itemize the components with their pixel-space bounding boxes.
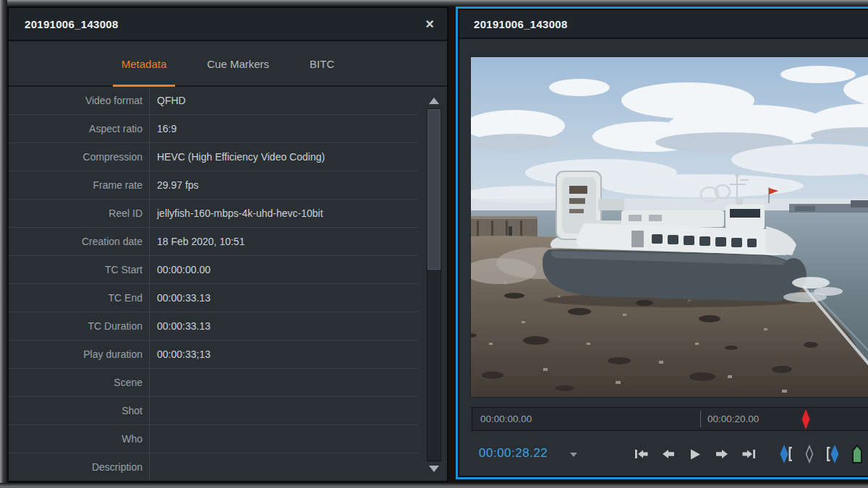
timeline-start-timecode: 00:00:00.00 bbox=[480, 408, 532, 430]
go-to-end-button[interactable] bbox=[740, 443, 757, 465]
tab-metadata[interactable]: Metadata bbox=[117, 41, 171, 87]
metadata-row-value: 18 Feb 2020, 10:51 bbox=[149, 228, 418, 255]
timeline-tick-timecode: 00:00:20.00 bbox=[707, 408, 759, 430]
flag-marker-button[interactable] bbox=[849, 442, 865, 466]
metadata-panel: 20191006_143008 × Metadata Cue Markers B… bbox=[7, 7, 448, 482]
metadata-row-label: Who bbox=[9, 425, 149, 453]
table-row[interactable]: Scene bbox=[9, 369, 418, 397]
metadata-row-label: Video format bbox=[9, 87, 149, 114]
metadata-row-value bbox=[149, 397, 418, 424]
timeline-seekbar[interactable]: 00:00:00.00 00:00:20.00 bbox=[472, 407, 868, 431]
metadata-row-label: Description bbox=[9, 453, 149, 481]
metadata-row-value: 00:00:33.13 bbox=[149, 312, 418, 340]
hovercraft-beach-illustration bbox=[471, 57, 868, 398]
metadata-panel-titlebar: 20191006_143008 × bbox=[9, 8, 447, 41]
metadata-row-label: Scene bbox=[9, 369, 149, 396]
window-edge-top bbox=[0, 0, 868, 7]
table-row[interactable]: Compression HEVC (High Efficiency Video … bbox=[9, 143, 418, 171]
table-row[interactable]: Frame rate 29.97 fps bbox=[9, 171, 418, 200]
tab-cue-markers[interactable]: Cue Markers bbox=[203, 41, 273, 87]
current-timecode-display[interactable]: 00:00:28.22 bbox=[479, 446, 548, 461]
metadata-row-label: Play duration bbox=[9, 341, 149, 368]
scrollbar-thumb[interactable] bbox=[427, 109, 441, 270]
window-edge-bottom bbox=[0, 483, 868, 488]
close-icon[interactable]: × bbox=[425, 17, 434, 31]
table-row[interactable]: Aspect ratio 16:9 bbox=[9, 115, 418, 143]
metadata-table: Video format QFHD Aspect ratio 16:9 Comp… bbox=[9, 87, 447, 481]
table-row[interactable]: TC Start 00:00:00.00 bbox=[9, 256, 418, 284]
metadata-row-label: Reel ID bbox=[9, 200, 149, 227]
metadata-row-value: 16:9 bbox=[149, 115, 418, 142]
metadata-row-value: HEVC (High Efficiency Video Coding) bbox=[149, 143, 418, 171]
metadata-row-label: Shot bbox=[9, 397, 149, 424]
metadata-row-value bbox=[149, 425, 418, 453]
metadata-row-label: Aspect ratio bbox=[9, 115, 149, 142]
metadata-row-label: TC Duration bbox=[9, 312, 149, 340]
video-frame bbox=[470, 56, 868, 398]
metadata-row-label: Frame rate bbox=[9, 171, 149, 199]
next-cue-marker-button[interactable] bbox=[825, 442, 841, 466]
preview-panel-title: 20191006_143008 bbox=[474, 18, 868, 30]
clip-preview-panel: 20191006_143008 bbox=[456, 7, 868, 479]
metadata-tab-bar: Metadata Cue Markers BITC bbox=[9, 41, 447, 87]
metadata-row-label: Creation date bbox=[9, 228, 149, 255]
table-row[interactable]: TC End 00:00:33.13 bbox=[9, 284, 418, 312]
table-row[interactable]: Video format QFHD bbox=[9, 87, 418, 115]
play-button[interactable] bbox=[686, 443, 704, 465]
table-row[interactable]: Shot bbox=[9, 397, 418, 425]
metadata-panel-title: 20191006_143008 bbox=[25, 18, 425, 30]
go-to-start-button[interactable] bbox=[633, 443, 650, 465]
table-row[interactable]: Description bbox=[9, 453, 418, 481]
table-row[interactable]: Creation date 18 Feb 2020, 10:51 bbox=[9, 228, 418, 256]
previous-cue-marker-button[interactable] bbox=[778, 442, 793, 466]
scrollbar-track[interactable] bbox=[427, 108, 441, 461]
window-edge-left bbox=[0, 0, 7, 488]
previous-frame-button[interactable] bbox=[660, 443, 677, 465]
table-row[interactable]: TC Duration 00:00:33.13 bbox=[9, 312, 418, 341]
scroll-up-icon[interactable] bbox=[429, 98, 439, 104]
transport-button-group bbox=[633, 443, 757, 465]
marker-button-group bbox=[778, 442, 865, 466]
metadata-row-value: 00:00:00.00 bbox=[149, 256, 418, 283]
metadata-row-value: 00:00:33;13 bbox=[149, 341, 418, 368]
metadata-row-value bbox=[149, 453, 418, 481]
metadata-row-label: TC End bbox=[9, 284, 149, 312]
timeline-tick bbox=[700, 411, 701, 427]
next-frame-button[interactable] bbox=[713, 443, 731, 465]
playhead-marker-icon[interactable] bbox=[801, 408, 811, 430]
metadata-row-label: Compression bbox=[9, 143, 149, 171]
tab-bitc[interactable]: BITC bbox=[305, 41, 339, 87]
timecode-dropdown-icon[interactable] bbox=[570, 453, 577, 457]
metadata-scrollbar[interactable] bbox=[427, 98, 441, 472]
metadata-row-value: jellyfish-160-mbps-4k-uhd-hevc-10bit bbox=[149, 200, 418, 227]
metadata-row-value bbox=[149, 369, 418, 396]
scroll-down-icon[interactable] bbox=[429, 466, 439, 472]
metadata-row-value: 00:00:33.13 bbox=[149, 284, 418, 312]
preview-panel-titlebar: 20191006_143008 bbox=[459, 10, 868, 39]
metadata-row-value: 29.97 fps bbox=[149, 171, 418, 199]
table-row[interactable]: Who bbox=[9, 425, 418, 453]
transport-controls: 00:00:28.22 bbox=[459, 440, 868, 473]
add-cue-marker-button[interactable] bbox=[801, 442, 817, 466]
clip-preview-inner: 20191006_143008 bbox=[458, 9, 868, 477]
metadata-row-label: TC Start bbox=[9, 256, 149, 283]
table-row[interactable]: Play duration 00:00:33;13 bbox=[9, 341, 418, 369]
table-row[interactable]: Reel ID jellyfish-160-mbps-4k-uhd-hevc-1… bbox=[9, 200, 418, 228]
metadata-row-value: QFHD bbox=[149, 87, 418, 114]
